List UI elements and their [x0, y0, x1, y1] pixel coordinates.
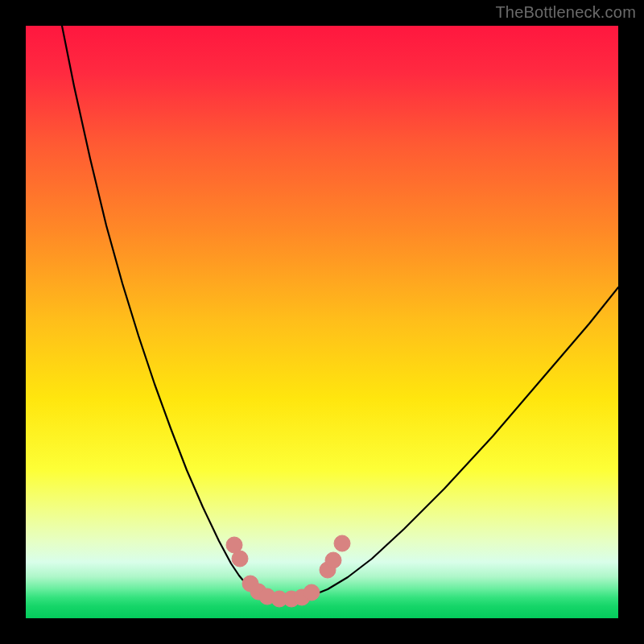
plot-area — [26, 26, 618, 618]
valley-6 — [303, 584, 320, 601]
right-marker-3 — [334, 535, 350, 551]
left-marker-2 — [232, 551, 248, 567]
right-marker-2 — [325, 552, 341, 568]
attribution-label: TheBottleneck.com — [495, 3, 636, 22]
gradient-background — [26, 26, 618, 618]
chart-svg — [26, 26, 618, 618]
chart-frame: TheBottleneck.com — [0, 0, 644, 644]
